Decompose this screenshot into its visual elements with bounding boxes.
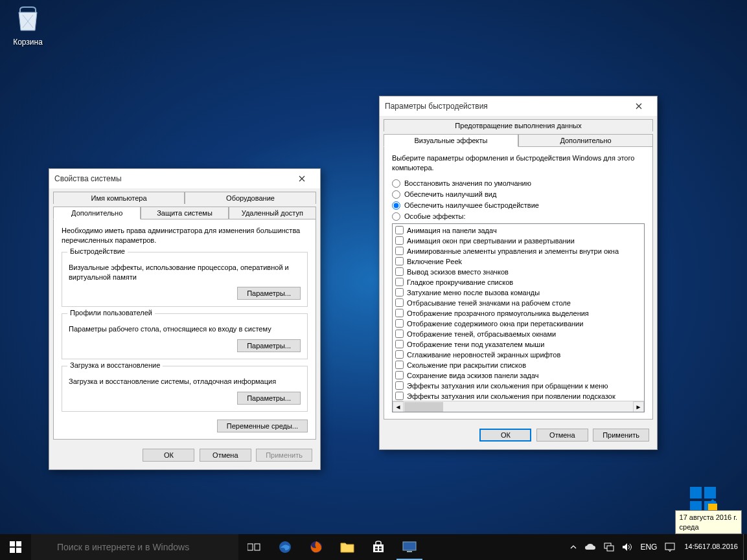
ok-button[interactable]: ОК [143, 449, 194, 462]
scroll-right-arrow[interactable]: ► [633, 401, 644, 412]
effect-checkbox[interactable] [395, 392, 404, 400]
radio-option[interactable]: Обеспечить наилучшее быстродействие [392, 201, 645, 210]
start-button[interactable] [0, 534, 31, 560]
tray-expand-button[interactable] [566, 534, 580, 560]
tooltip-line2: среда [680, 522, 737, 532]
search-input[interactable] [31, 534, 238, 560]
effect-item[interactable]: Эффекты затухания или скольжения при обр… [393, 381, 644, 391]
taskbar-app-edge[interactable] [270, 534, 301, 560]
effect-checkbox[interactable] [395, 309, 404, 317]
effect-checkbox[interactable] [395, 319, 404, 328]
effect-item[interactable]: Сглаживание неровностей экранных шрифтов [393, 350, 644, 360]
tab[interactable]: Дополнительно [53, 207, 141, 219]
radio-input[interactable] [392, 201, 400, 210]
scroll-left-arrow[interactable]: ◄ [393, 401, 404, 412]
apply-button[interactable]: Применить [256, 449, 312, 462]
tray-volume[interactable] [618, 534, 636, 560]
effect-checkbox[interactable] [395, 257, 404, 265]
tab-row-1: Предотвращение выполнения данных [380, 116, 657, 131]
effect-item[interactable]: Отбрасывание теней значками на рабочем с… [393, 298, 644, 308]
effect-item[interactable]: Гладкое прокручивание списков [393, 277, 644, 287]
effect-checkbox[interactable] [395, 288, 404, 297]
effect-checkbox[interactable] [395, 298, 404, 307]
effect-item[interactable]: Отображение содержимого окна при перетас… [393, 319, 644, 329]
effect-checkbox[interactable] [395, 267, 404, 276]
effect-checkbox[interactable] [395, 381, 404, 390]
taskbar-app-firefox[interactable] [301, 534, 332, 560]
close-icon [299, 175, 305, 182]
radio-input[interactable] [392, 190, 400, 199]
network-icon [604, 543, 614, 552]
performance-settings-button[interactable]: Параметры... [237, 287, 301, 300]
radio-option[interactable]: Обеспечить наилучший вид [392, 190, 645, 199]
tray-onedrive[interactable] [580, 534, 600, 560]
taskbar-app-explorer[interactable] [332, 534, 363, 560]
titlebar[interactable]: Параметры быстродействия [380, 96, 657, 116]
effect-item[interactable]: Отображение прозрачного прямоугольника в… [393, 308, 644, 319]
effect-item[interactable]: Скольжение при раскрытии списков [393, 360, 644, 370]
effect-item[interactable]: Отображение теней, отбрасываемых окнами [393, 329, 644, 339]
apply-button[interactable]: Применить [593, 429, 649, 442]
taskbar-app-store[interactable] [363, 534, 394, 560]
ok-button[interactable]: ОК [479, 429, 531, 442]
effect-item[interactable]: Сохранение вида эскизов панели задач [393, 370, 644, 381]
tab[interactable]: Удаленный доступ [229, 207, 316, 219]
task-view-button[interactable] [238, 534, 270, 560]
svg-rect-4 [10, 541, 15, 546]
dialog-buttons: ОК Отмена Применить [380, 423, 657, 449]
tab[interactable]: Предотвращение выполнения данных [384, 119, 653, 131]
tab[interactable]: Имя компьютера [53, 192, 185, 204]
effect-checkbox[interactable] [395, 371, 404, 379]
taskbar-app-active[interactable] [394, 534, 425, 560]
desktop-icon-recycle-bin[interactable]: Корзина [3, 3, 52, 47]
radio-option[interactable]: Восстановить значения по умолчанию [392, 179, 645, 188]
cancel-button[interactable]: Отмена [536, 429, 588, 442]
effect-checkbox[interactable] [395, 278, 404, 286]
tab[interactable]: Оборудование [185, 192, 316, 204]
effect-item[interactable]: Анимация окон при свертывании и разверты… [393, 236, 644, 246]
effect-label: Отображение теней, отбрасываемых окнами [407, 329, 556, 339]
intro-text: Выберите параметры оформления и быстроде… [392, 153, 645, 173]
effect-checkbox[interactable] [395, 330, 404, 338]
effect-item[interactable]: Анимация на панели задач [393, 225, 644, 236]
effect-item[interactable]: Вывод эскизов вместо значков [393, 267, 644, 277]
radio-input[interactable] [392, 179, 400, 188]
tray-action-center[interactable] [661, 534, 679, 560]
effect-label: Анимация окон при свертывании и разверты… [407, 236, 575, 246]
tray-language[interactable]: ENG [636, 534, 661, 560]
tab-panel-visual-effects: Выберите параметры оформления и быстроде… [384, 146, 653, 420]
tray-network[interactable] [600, 534, 618, 560]
svg-rect-1 [704, 487, 716, 498]
effect-checkbox[interactable] [395, 340, 404, 348]
scroll-thumb[interactable] [404, 402, 443, 412]
svg-rect-14 [375, 546, 378, 548]
show-desktop-button[interactable] [743, 534, 747, 560]
environment-variables-button[interactable]: Переменные среды... [217, 420, 308, 432]
effect-checkbox[interactable] [395, 236, 404, 245]
titlebar[interactable]: Свойства системы [49, 169, 320, 188]
effect-checkbox[interactable] [395, 226, 404, 234]
radio-input[interactable] [392, 212, 400, 221]
effect-item[interactable]: Анимированные элементы управления и элем… [393, 246, 644, 256]
tooltip-line1: 17 августа 2016 г. [680, 513, 737, 522]
tab[interactable]: Дополнительно [518, 134, 653, 146]
effect-checkbox[interactable] [395, 247, 404, 255]
profiles-settings-button[interactable]: Параметры... [237, 339, 301, 352]
startup-settings-button[interactable]: Параметры... [237, 392, 301, 405]
horizontal-scrollbar[interactable]: ◄ ► [393, 401, 644, 412]
effect-checkbox[interactable] [395, 350, 404, 359]
close-button[interactable] [289, 170, 315, 187]
effect-item[interactable]: Отображение тени под указателем мыши [393, 339, 644, 350]
effect-item[interactable]: Включение Peek [393, 256, 644, 267]
tab[interactable]: Визуальные эффекты [384, 134, 518, 147]
tray-clock[interactable]: 14:56 17.08.2016 [679, 534, 743, 560]
tab[interactable]: Защита системы [141, 207, 228, 219]
radio-option[interactable]: Особые эффекты: [392, 212, 645, 221]
effect-item[interactable]: Затухание меню после вызова команды [393, 287, 644, 298]
svg-rect-16 [375, 549, 378, 551]
effect-checkbox[interactable] [395, 361, 404, 369]
effect-item[interactable]: Эффекты затухания или скольжения при поя… [393, 391, 644, 401]
cancel-button[interactable]: Отмена [200, 449, 251, 462]
tab-panel-advanced: Необходимо иметь права администратора дл… [53, 219, 316, 440]
close-button[interactable] [626, 98, 652, 115]
